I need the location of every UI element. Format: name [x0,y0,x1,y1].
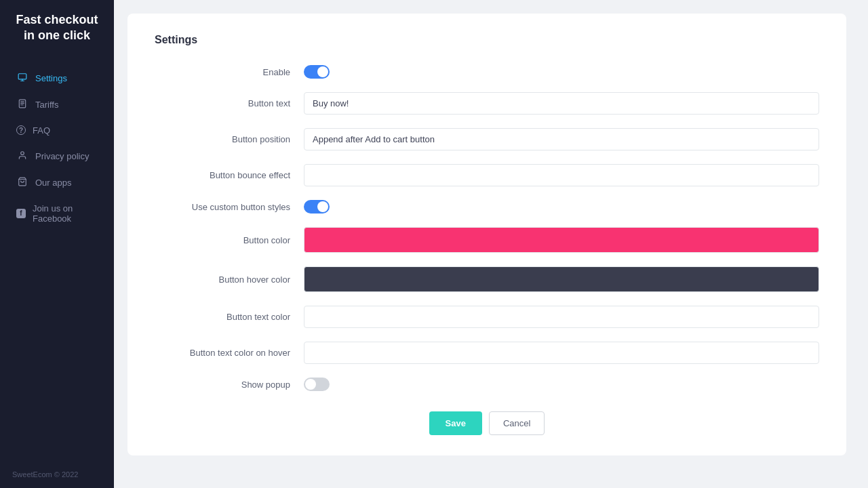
app-logo: Fast checkout in one click [0,0,114,58]
sidebar-item-privacy-label: Privacy policy [35,151,89,161]
button-text-control [304,92,819,115]
sidebar-item-facebook[interactable]: f Join us on Facebook [4,197,110,230]
show-popup-row: Show popup [155,378,819,391]
button-color-row: Button color [155,227,819,253]
svg-point-7 [21,152,24,155]
save-button[interactable]: Save [429,411,482,435]
button-text-input[interactable] [304,92,819,115]
button-text-color-label: Button text color [155,312,304,322]
show-popup-toggle[interactable] [304,378,330,391]
button-text-row: Button text [155,92,819,115]
sidebar-item-settings-label: Settings [35,73,67,83]
action-buttons: Save Cancel [155,411,819,435]
button-bounce-label: Button bounce effect [155,170,304,180]
sidebar-nav: Settings Tariffs ? FAQ Privacy policy Ou… [0,58,114,461]
facebook-icon: f [16,209,26,218]
button-position-input[interactable] [304,128,819,150]
button-hover-color-control [304,266,819,292]
custom-styles-label: Use custom button styles [155,202,304,212]
privacy-icon [16,150,28,162]
sidebar-item-tariffs-label: Tariffs [35,100,58,110]
show-popup-label: Show popup [155,380,304,390]
sidebar-item-settings[interactable]: Settings [4,66,110,91]
sidebar-item-apps[interactable]: Our apps [4,170,110,195]
sidebar-item-faq-label: FAQ [33,125,50,136]
button-text-hover-color-input[interactable] [304,342,819,364]
faq-icon: ? [16,125,26,135]
button-position-row: Button position [155,128,819,150]
button-hover-color-label: Button hover color [155,274,304,285]
custom-styles-control [304,200,819,214]
settings-icon [16,73,28,84]
button-text-hover-color-row: Button text color on hover [155,342,819,364]
sidebar-item-facebook-label: Join us on Facebook [33,203,98,224]
button-text-color-input[interactable] [304,306,819,328]
footer: SweetEcom © 2022 [0,461,114,488]
show-popup-control [304,378,819,391]
button-color-control [304,227,819,253]
svg-rect-0 [18,74,26,79]
button-text-color-row: Button text color [155,306,819,328]
sidebar: Fast checkout in one click Settings Tari… [0,0,114,488]
custom-styles-toggle[interactable] [304,200,330,214]
enable-row: Enable [155,65,819,79]
tariffs-icon [16,99,28,110]
sidebar-item-apps-label: Our apps [35,178,71,188]
button-hover-color-row: Button hover color [155,266,819,292]
button-text-color-control [304,306,819,328]
button-bounce-control [304,164,819,186]
button-position-control [304,128,819,150]
settings-title: Settings [155,34,819,46]
button-position-label: Button position [155,134,304,144]
apps-icon [16,177,28,188]
button-color-label: Button color [155,235,304,245]
settings-card: Settings Enable Button text Button posit… [127,14,846,455]
cancel-button[interactable]: Cancel [489,411,545,435]
button-color-swatch[interactable] [304,227,819,253]
enable-toggle[interactable] [304,65,330,79]
enable-control [304,65,819,79]
button-bounce-input[interactable] [304,164,819,186]
button-text-hover-color-label: Button text color on hover [155,348,304,358]
sidebar-item-privacy[interactable]: Privacy policy [4,144,110,169]
button-hover-color-swatch[interactable] [304,266,819,292]
button-text-label: Button text [155,98,304,108]
custom-styles-row: Use custom button styles [155,200,819,214]
button-text-hover-color-control [304,342,819,364]
main-content: Settings Enable Button text Button posit… [114,0,868,488]
enable-label: Enable [155,67,304,77]
sidebar-item-faq[interactable]: ? FAQ [4,119,110,142]
sidebar-item-tariffs[interactable]: Tariffs [4,92,110,117]
button-bounce-row: Button bounce effect [155,164,819,186]
